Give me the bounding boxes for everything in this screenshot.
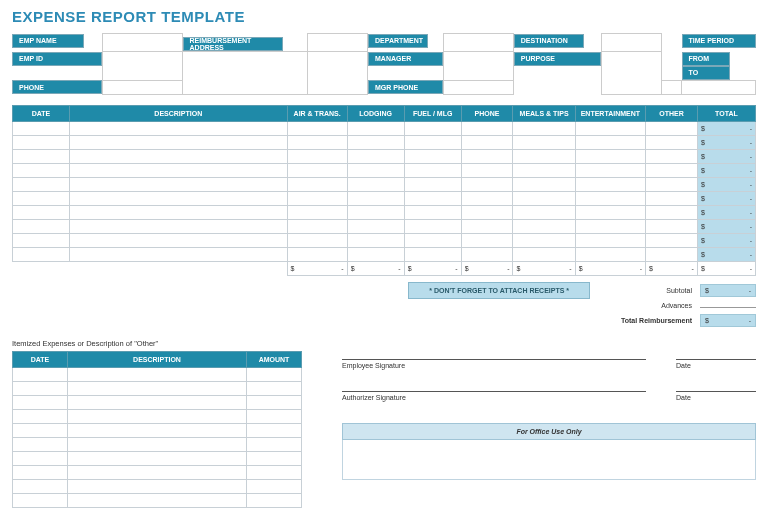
- other-col-desc: DESCRIPTION: [68, 351, 247, 367]
- row-total: $-: [697, 247, 755, 261]
- col-total: TOTAL: [697, 105, 755, 121]
- emp-id-label: EMP ID: [12, 52, 102, 66]
- col-other: OTHER: [646, 105, 698, 121]
- table-row[interactable]: [13, 465, 302, 479]
- col-entertainment: ENTERTAINMENT: [575, 105, 645, 121]
- emp-id-field[interactable]: [102, 52, 182, 81]
- manager-label: MANAGER: [368, 52, 443, 66]
- advances-label: Advances: [661, 302, 692, 309]
- authorizer-signature[interactable]: Authorizer Signature: [342, 391, 646, 401]
- page-title: EXPENSE REPORT TEMPLATE: [12, 8, 756, 25]
- emp-name-field[interactable]: [102, 34, 182, 52]
- to-field[interactable]: [682, 80, 756, 94]
- subtotal-label: Subtotal: [666, 287, 692, 294]
- other-caption: Itemized Expenses or Description of "Oth…: [12, 339, 302, 348]
- table-row[interactable]: [13, 409, 302, 423]
- col-date: DATE: [13, 105, 70, 121]
- row-total: $-: [697, 121, 755, 135]
- table-row[interactable]: $-: [13, 121, 756, 135]
- table-row[interactable]: $-: [13, 163, 756, 177]
- mgr-phone-field[interactable]: [443, 80, 513, 94]
- table-row[interactable]: $-: [13, 135, 756, 149]
- col-lodging: LODGING: [347, 105, 404, 121]
- col-air: AIR & TRANS.: [287, 105, 347, 121]
- to-label: TO: [682, 66, 730, 80]
- row-total: $-: [697, 135, 755, 149]
- expense-table: DATE DESCRIPTION AIR & TRANS. LODGING FU…: [12, 105, 756, 276]
- table-row[interactable]: $-: [13, 233, 756, 247]
- from-field[interactable]: [662, 80, 682, 94]
- col-description: DESCRIPTION: [69, 105, 287, 121]
- other-col-date: DATE: [13, 351, 68, 367]
- destination-label: DESTINATION: [514, 34, 584, 48]
- reimb-addr-label: REIMBURSEMENT ADDRESS: [183, 37, 283, 51]
- emp-name-label: EMP NAME: [12, 34, 84, 48]
- row-total: $-: [697, 149, 755, 163]
- from-label: FROM: [682, 52, 730, 66]
- table-row[interactable]: [13, 423, 302, 437]
- table-row[interactable]: $-: [13, 205, 756, 219]
- time-period-label: TIME PERIOD: [682, 34, 756, 48]
- col-meals: MEALS & TIPS: [513, 105, 575, 121]
- phone-label: PHONE: [12, 80, 102, 94]
- employee-signature[interactable]: Employee Signature: [342, 359, 646, 369]
- office-use-body[interactable]: [342, 440, 756, 480]
- table-row[interactable]: [13, 479, 302, 493]
- total-reimb-label: Total Reimbursement: [621, 317, 692, 324]
- purpose-field[interactable]: [602, 52, 662, 95]
- table-row[interactable]: [13, 367, 302, 381]
- subtotal-value: $-: [700, 284, 756, 297]
- office-use-header: For Office Use Only: [342, 423, 756, 440]
- reimb-addr-field-3[interactable]: [308, 52, 368, 95]
- table-row[interactable]: [13, 437, 302, 451]
- destination-field[interactable]: [602, 34, 662, 52]
- row-total: $-: [697, 205, 755, 219]
- department-field[interactable]: [443, 34, 513, 52]
- employee-sig-date[interactable]: Date: [676, 359, 756, 369]
- department-label: DEPARTMENT: [368, 34, 428, 48]
- table-row[interactable]: [13, 381, 302, 395]
- purpose-label: PURPOSE: [514, 52, 601, 66]
- mgr-phone-label: MGR PHONE: [368, 80, 443, 94]
- table-row[interactable]: $-: [13, 149, 756, 163]
- table-row[interactable]: $-: [13, 191, 756, 205]
- total-reimb-value: $-: [700, 314, 756, 327]
- row-total: $-: [697, 233, 755, 247]
- sum-row: $- $- $- $- $- $- $- $-: [13, 261, 756, 275]
- col-phone: PHONE: [461, 105, 513, 121]
- phone-field[interactable]: [102, 80, 182, 94]
- other-col-amount: AMOUNT: [247, 351, 302, 367]
- table-row[interactable]: [13, 493, 302, 507]
- table-row[interactable]: [13, 451, 302, 465]
- table-row[interactable]: [13, 395, 302, 409]
- receipt-reminder: * DON'T FORGET TO ATTACH RECEIPTS *: [408, 282, 590, 299]
- row-total: $-: [697, 163, 755, 177]
- table-row[interactable]: $-: [13, 247, 756, 261]
- reimb-addr-field-2[interactable]: [182, 52, 307, 95]
- other-table: DATE DESCRIPTION AMOUNT: [12, 351, 302, 508]
- table-row[interactable]: $-: [13, 219, 756, 233]
- header-info: EMP NAME REIMBURSEMENT ADDRESS DEPARTMEN…: [12, 33, 756, 95]
- col-fuel: FUEL / MLG: [404, 105, 461, 121]
- table-row[interactable]: $-: [13, 177, 756, 191]
- manager-field[interactable]: [443, 52, 513, 81]
- advances-value[interactable]: [700, 303, 756, 308]
- row-total: $-: [697, 177, 755, 191]
- authorizer-sig-date[interactable]: Date: [676, 391, 756, 401]
- reimb-addr-field[interactable]: [308, 34, 368, 52]
- row-total: $-: [697, 219, 755, 233]
- row-total: $-: [697, 191, 755, 205]
